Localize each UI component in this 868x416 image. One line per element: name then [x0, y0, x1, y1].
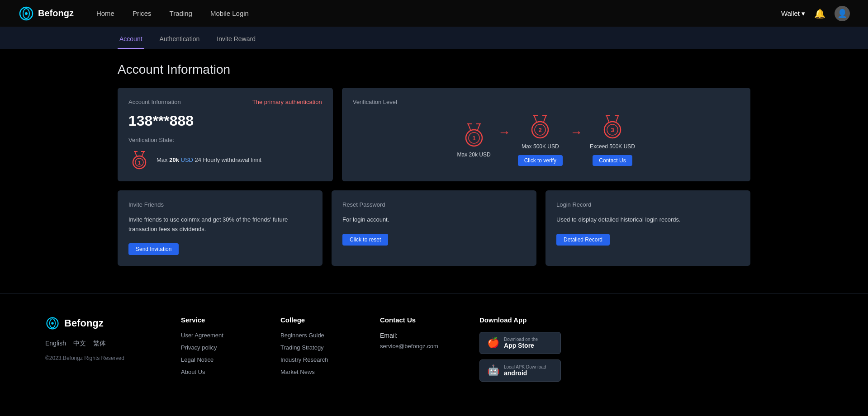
subnav-authentication[interactable]: Authentication [158, 30, 202, 49]
medal-verif3-icon: 3 [599, 113, 626, 140]
app-store-text: Download on the App Store [504, 337, 538, 349]
primary-auth-label: The primary authentication [252, 99, 322, 105]
nav-trading[interactable]: Trading [170, 9, 192, 17]
android-icon: 🤖 [487, 364, 499, 376]
svg-line-21 [544, 116, 546, 122]
click-to-reset-button[interactable]: Click to reset [342, 234, 388, 246]
badge-amount: 20k [169, 156, 179, 163]
footer-contact: Contact Us Email: service@befongz.com [380, 316, 443, 387]
subnav-account[interactable]: Account [118, 30, 144, 49]
svg-line-27 [607, 116, 609, 122]
footer-download: Download App 🍎 Download on the App Store… [479, 316, 570, 387]
medal-verif2-icon: 2 [526, 113, 554, 140]
svg-line-28 [616, 116, 618, 122]
verification-level-card: Verification Level 1 Max 20k USD [342, 88, 750, 181]
brand-icon [18, 5, 34, 22]
lang-english[interactable]: English [45, 340, 66, 348]
apple-icon: 🍎 [487, 337, 499, 349]
verif-level2-label: Max 500K USD [522, 143, 559, 150]
invite-card-desc: Invite friends to use coinmx and get 30%… [128, 215, 312, 234]
footer-brand: Befongz English 中文 繁体 ©2023.Befongz Righ… [45, 316, 145, 387]
page-title: Account Information [118, 62, 750, 77]
badge-usd: USD [179, 156, 193, 163]
arrow-right-2-icon: → [570, 125, 583, 140]
brand-logo[interactable]: Befongz [18, 5, 74, 22]
footer-industry-research[interactable]: Industry Research [280, 356, 344, 363]
verif-level-1: 1 Max 20k USD [457, 121, 491, 158]
click-to-verify-button[interactable]: Click to verify [518, 155, 563, 166]
footer-brand-name: Befongz [64, 317, 104, 329]
footer-beginners-guide[interactable]: Beginners Guide [280, 332, 344, 339]
nav-mobile-login[interactable]: Mobile Login [210, 9, 249, 17]
brand-name: Befongz [38, 8, 74, 19]
footer-trading-strategy[interactable]: Trading Strategy [280, 344, 344, 351]
footer-college: College Beginners Guide Trading Strategy… [280, 316, 344, 387]
lang-chinese[interactable]: 中文 [73, 340, 86, 348]
login-record-title: Login Record [556, 201, 740, 208]
avatar[interactable]: 👤 [835, 6, 850, 21]
nav-home[interactable]: Home [96, 9, 114, 17]
medal-verif1-icon: 1 [460, 121, 488, 148]
verif-card-header: Verification Level [353, 99, 740, 105]
footer-contact-title: Contact Us [380, 316, 443, 324]
svg-point-33 [51, 322, 53, 324]
top-cards-row: Account Information The primary authenti… [118, 88, 750, 181]
verif-levels: 1 Max 20k USD → 2 [353, 113, 740, 166]
app-store-button[interactable]: 🍎 Download on the App Store [479, 332, 561, 354]
account-number: 138***888 [128, 113, 322, 129]
svg-line-14 [478, 124, 480, 130]
verification-state-label: Verification State: [128, 137, 322, 143]
svg-text:2: 2 [539, 127, 542, 133]
badge-prefix: Max [157, 156, 169, 163]
android-download-button[interactable]: 🤖 Local APK Download android [479, 359, 561, 382]
android-line1: Local APK Download [504, 364, 546, 369]
verif-level3-label: Exceed 500K USD [590, 143, 635, 150]
lang-traditional[interactable]: 繁体 [93, 340, 106, 348]
arrow-right-1-icon: → [498, 125, 511, 140]
send-invitation-button[interactable]: Send Invitation [128, 243, 179, 255]
subnav: Account Authentication Invite Reward [0, 27, 868, 49]
footer-language-selector[interactable]: English 中文 繁体 [45, 340, 145, 348]
footer-user-agreement[interactable]: User Agreement [181, 332, 244, 339]
footer-email-value: service@befongz.com [380, 343, 443, 350]
footer-privacy-policy[interactable]: Privacy policy [181, 344, 244, 351]
account-info-card: Account Information The primary authenti… [118, 88, 333, 181]
svg-line-13 [468, 124, 470, 130]
footer-service-title: Service [181, 316, 244, 324]
footer-about-us[interactable]: About Us [181, 369, 244, 375]
notification-icon[interactable]: 🔔 [814, 8, 825, 19]
main-content: Account Information Account Information … [0, 49, 868, 293]
footer-download-title: Download App [479, 316, 570, 324]
invite-card-title: Invite Friends [128, 201, 312, 208]
wallet-arrow: ▾ [802, 9, 805, 18]
footer-market-news[interactable]: Market News [280, 369, 344, 375]
footer-legal-notice[interactable]: Legal Notice [181, 356, 244, 363]
svg-text:1: 1 [472, 135, 475, 142]
nav-links: Home Prices Trading Mobile Login [96, 9, 781, 17]
footer-email-label: Email: [380, 332, 443, 339]
contact-us-button[interactable]: Contact Us [593, 155, 632, 166]
invite-friends-card: Invite Friends Invite friends to use coi… [118, 190, 323, 266]
svg-point-2 [25, 12, 28, 15]
bottom-cards-row: Invite Friends Invite friends to use coi… [118, 190, 750, 266]
nav-prices[interactable]: Prices [133, 9, 152, 17]
android-line2: android [504, 369, 546, 377]
svg-line-20 [534, 116, 536, 122]
verif-level1-label: Max 20k USD [457, 151, 491, 158]
svg-text:3: 3 [611, 127, 614, 133]
reset-card-title: Reset Password [342, 201, 526, 208]
badge-suffix: 24 Hourly withdrawal limit [193, 156, 261, 163]
reset-password-card: Reset Password For login account. Click … [332, 190, 536, 266]
login-record-desc: Used to display detailed historical logi… [556, 215, 740, 225]
app-store-line1: Download on the [504, 337, 538, 342]
account-card-title: Account Information [128, 99, 181, 105]
footer-brand-icon [45, 316, 60, 331]
wallet-button[interactable]: Wallet ▾ [781, 9, 805, 18]
badge-text: Max 20k USD 24 Hourly withdrawal limit [157, 156, 261, 163]
footer-logo: Befongz [45, 316, 145, 331]
account-card-header: Account Information The primary authenti… [128, 99, 322, 105]
verif-level-2: 2 Max 500K USD Click to verify [518, 113, 563, 166]
detailed-record-button[interactable]: Detailed Record [556, 234, 610, 246]
subnav-invite-reward[interactable]: Invite Reward [215, 30, 257, 49]
footer-service: Service User Agreement Privacy policy Le… [181, 316, 244, 387]
